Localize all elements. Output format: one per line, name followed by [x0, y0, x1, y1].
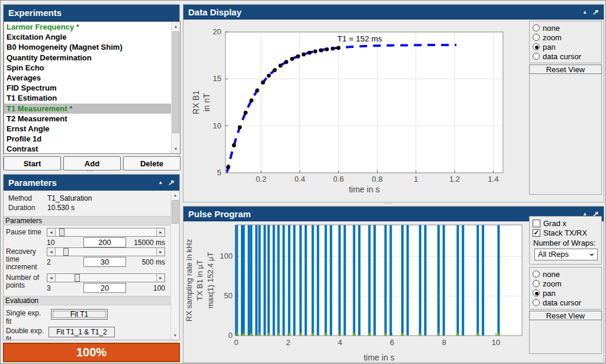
slider-right-arrow-icon[interactable]: ►: [156, 248, 165, 256]
start-button[interactable]: Start: [4, 156, 61, 170]
radio-zoom[interactable]: zoom: [533, 279, 601, 288]
slider-right-arrow-icon[interactable]: ►: [156, 228, 165, 236]
slider-left-arrow-icon[interactable]: ◄: [47, 228, 56, 236]
checkbox-icon[interactable]: [533, 229, 540, 237]
radio-icon[interactable]: [533, 53, 540, 60]
list-item-contrast[interactable]: Contrast: [4, 144, 171, 153]
svg-text:4: 4: [338, 338, 342, 347]
scroll-down-icon[interactable]: ▼: [172, 144, 180, 153]
grad-x-label: Grad x: [543, 219, 566, 228]
list-item-profile-1d[interactable]: Profile 1d: [4, 134, 171, 144]
panel-divider-grip[interactable]: ⋯: [86, 170, 94, 172]
radio-icon[interactable]: [533, 43, 540, 50]
scrollbar-thumb[interactable]: [172, 200, 179, 224]
data-display-titlebar: Data Display ▲ ↗: [183, 5, 604, 20]
list-item-t1-measurement[interactable]: T1 Measurement *: [4, 104, 171, 114]
radio-zoom[interactable]: zoom: [533, 33, 601, 42]
scrollbar-thumb[interactable]: [172, 31, 179, 133]
dropdown-chevron-icon: [589, 254, 594, 259]
radio-icon[interactable]: [533, 270, 540, 278]
tool-radio-group: none zoom pan data cursor: [529, 267, 602, 310]
list-item-quantity-determination[interactable]: Quantity Determination: [4, 53, 171, 63]
svg-text:1.2: 1.2: [449, 175, 460, 183]
pause-time-input[interactable]: 200: [83, 237, 126, 247]
radio-none-label: none: [543, 270, 560, 279]
pause-time-slider[interactable]: ◄ ►: [47, 228, 165, 237]
svg-text:T1 = 152 ms: T1 = 152 ms: [337, 34, 382, 43]
recovery-increment-input[interactable]: 30: [83, 257, 126, 267]
radio-icon[interactable]: [533, 24, 540, 31]
wraps-dropdown[interactable]: All tReps: [534, 249, 598, 260]
undock-icon[interactable]: ↗: [592, 8, 599, 17]
fit-t1-1-t1-2-button[interactable]: Fit T1_1 & T1_2: [49, 327, 115, 337]
stack-txrx-label: Stack TX/RX: [543, 228, 587, 237]
checkbox-stack-txrx[interactable]: Stack TX/RX: [533, 228, 601, 237]
panel-divider-grip[interactable]: ⋯: [384, 202, 392, 205]
radio-none[interactable]: none: [533, 23, 601, 33]
data-display-controls: none zoom pan data cursor Reset View: [529, 21, 602, 195]
recovery-increment-slider[interactable]: ◄ ►: [47, 247, 165, 256]
recovery-increment-control: Recovery time increment ◄ ► 2 30 500 ms: [4, 247, 170, 267]
controls-empty-area: [529, 74, 602, 195]
radio-none-label: none: [543, 24, 560, 33]
list-item-ernst-angle[interactable]: Ernst Angle: [4, 124, 171, 134]
list-item-t1-estimation[interactable]: T1 Estimation: [4, 93, 171, 103]
list-item-t2-measurement[interactable]: T2 Measurement: [4, 114, 171, 124]
list-item-larmor-frequency[interactable]: Larmor Frequency *: [4, 22, 171, 32]
fit-t1-button[interactable]: Fit T1: [51, 309, 108, 320]
slider-thumb[interactable]: [59, 228, 65, 236]
reset-view-button[interactable]: Reset View: [529, 311, 602, 320]
number-of-points-slider[interactable]: ◄ ►: [47, 273, 165, 282]
slider-left-arrow-icon[interactable]: ◄: [47, 248, 56, 256]
slider-right-arrow-icon[interactable]: ►: [156, 274, 165, 282]
method-row: Method T1_Saturation: [4, 194, 170, 203]
slider-thumb[interactable]: [63, 248, 69, 256]
pulse-program-panel: Pulse Program ▲ ↗ 0246810050100time in s…: [183, 206, 604, 363]
list-item-fid-spectrum[interactable]: FID Spectrum: [4, 83, 171, 93]
slider-left-arrow-icon[interactable]: ◄: [47, 274, 56, 282]
radio-pan[interactable]: pan: [533, 42, 601, 51]
radio-pan[interactable]: pan: [533, 288, 601, 298]
checkbox-icon[interactable]: [533, 220, 540, 227]
experiments-titlebar: Experiments: [4, 5, 179, 21]
svg-text:RX sampling rate in kHz: RX sampling rate in kHz: [185, 239, 194, 321]
list-item-excitation-angle[interactable]: Excitation Angle: [4, 32, 171, 42]
checkbox-grad-x[interactable]: Grad x: [533, 218, 601, 228]
svg-text:max(1) 152.4 µT: max(1) 152.4 µT: [206, 252, 215, 309]
data-display-panel: Data Display ▲ ↗ 0.20.40.60.811.21.45101…: [183, 4, 604, 202]
collapse-icon[interactable]: ▲: [158, 180, 163, 185]
slider-thumb[interactable]: [75, 274, 80, 282]
radio-data-cursor[interactable]: data cursor: [533, 298, 601, 307]
list-item-averages[interactable]: Averages: [4, 73, 171, 83]
radio-icon[interactable]: [533, 299, 540, 306]
svg-text:100: 100: [220, 252, 233, 260]
parameters-titlebar: Parameters ▲ ↗: [4, 175, 179, 191]
svg-text:15: 15: [213, 74, 221, 83]
delete-button[interactable]: Delete: [123, 156, 180, 170]
scroll-up-icon[interactable]: ▲: [171, 191, 179, 199]
scroll-down-icon[interactable]: ▼: [171, 331, 179, 340]
progress-bar: 100%: [3, 343, 180, 362]
number-of-points-input[interactable]: 20: [83, 283, 126, 293]
radio-icon[interactable]: [533, 280, 540, 287]
undock-icon[interactable]: ↗: [168, 178, 175, 187]
radio-icon[interactable]: [533, 289, 540, 297]
list-item-spin-echo[interactable]: Spin Echo: [4, 63, 171, 73]
radio-icon[interactable]: [533, 34, 540, 41]
reset-view-button[interactable]: Reset View: [529, 65, 602, 74]
recovery-increment-min: 2: [47, 258, 51, 266]
section-header-evaluation: Evaluation: [4, 296, 170, 305]
experiments-listbox: Larmor Frequency * Excitation Angle B0 H…: [4, 21, 180, 154]
data-display-plot[interactable]: 0.20.40.60.811.21.45101520T1 = 152 mstim…: [183, 20, 531, 203]
radio-none[interactable]: none: [533, 269, 601, 279]
parameters-scrollbar[interactable]: ▲ ▼: [170, 191, 179, 340]
list-item-b0-homogeneity[interactable]: B0 Homogeneity (Magnet Shim): [4, 42, 171, 52]
scroll-up-icon[interactable]: ▲: [172, 22, 180, 31]
double-fit-row: Double exp. fit Fit T1_1 & T1_2: [4, 326, 170, 340]
experiments-scrollbar[interactable]: ▲ ▼: [171, 22, 180, 153]
pulse-program-plot[interactable]: 0246810050100time in sRX sampling rate i…: [183, 221, 530, 363]
radio-pan-label: pan: [543, 289, 556, 298]
radio-data-cursor[interactable]: data cursor: [533, 51, 601, 61]
collapse-icon[interactable]: ▲: [582, 9, 587, 15]
svg-text:1.4: 1.4: [488, 175, 499, 183]
